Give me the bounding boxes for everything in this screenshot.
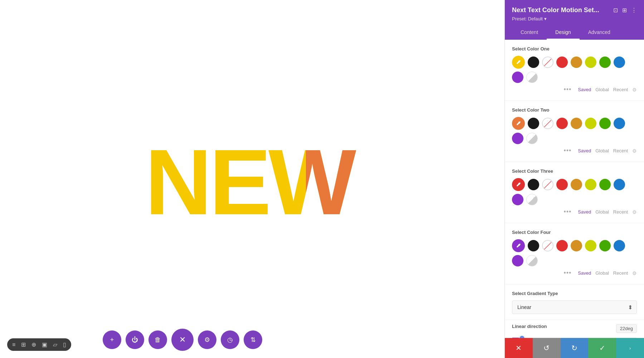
color-four-recent-link[interactable]: Recent — [613, 270, 628, 276]
color-one-eyedropper[interactable] — [512, 56, 525, 69]
color-circle-gold[interactable] — [571, 240, 582, 251]
color-three-picker-row — [512, 178, 637, 205]
color-circle-gold[interactable] — [571, 118, 582, 129]
panel-title: Next Text Color Motion Set... — [512, 6, 599, 14]
toolbar-sort-button[interactable]: ⇅ — [244, 330, 262, 349]
color-three-saved-link[interactable]: Saved — [578, 209, 591, 215]
new-text-container: NEW NEW — [145, 128, 360, 230]
color-circle-diag[interactable] — [526, 194, 538, 205]
color-circle-purple[interactable] — [512, 255, 523, 266]
color-circle-red[interactable] — [556, 57, 568, 68]
new-text-svg: NEW NEW — [145, 128, 360, 229]
color-two-section: Select Color Two ••• Saved Global Rec — [505, 101, 644, 162]
color-circle-purple[interactable] — [512, 72, 523, 83]
color-circle-lime[interactable] — [585, 240, 596, 251]
color-four-label: Select Color Four — [512, 230, 637, 235]
color-circle-gold[interactable] — [571, 179, 582, 190]
tab-content[interactable]: Content — [512, 26, 547, 40]
color-circle-blue[interactable] — [614, 179, 625, 190]
color-circle-blue[interactable] — [614, 118, 625, 129]
color-circle-red[interactable] — [556, 179, 568, 190]
color-four-eyedropper[interactable] — [512, 239, 525, 252]
color-circle[interactable] — [528, 57, 539, 68]
color-three-gear-icon[interactable]: ⚙ — [632, 209, 637, 215]
gradient-type-select[interactable]: Linear Radial Conic — [512, 300, 637, 314]
tab-design[interactable]: Design — [547, 26, 580, 40]
toolbar-add-button[interactable]: + — [103, 330, 121, 349]
color-circle-white[interactable] — [542, 57, 553, 68]
color-circle-blue[interactable] — [614, 240, 625, 251]
color-two-gear-icon[interactable]: ⚙ — [632, 148, 637, 154]
color-circle-red[interactable] — [556, 118, 568, 129]
color-circle-lime[interactable] — [585, 118, 596, 129]
color-circle[interactable] — [528, 240, 539, 251]
footer-cancel-button[interactable]: ✕ — [505, 338, 533, 358]
footer-confirm-button[interactable]: ✓ — [588, 338, 616, 358]
direction-value: 22deg — [616, 324, 637, 333]
toolbar-settings-button[interactable]: ⚙ — [198, 330, 216, 349]
color-four-section: Select Color Four ••• Saved Global Re — [505, 223, 644, 284]
color-circle-blue[interactable] — [614, 57, 625, 68]
panel-preset[interactable]: Preset: Default ▾ — [512, 16, 637, 21]
color-four-picker-row — [512, 239, 637, 266]
color-two-saved-link[interactable]: Saved — [578, 148, 591, 153]
color-circle-white[interactable] — [542, 118, 553, 129]
panel-title-icons: ⊡ ⊞ ⋮ — [613, 7, 637, 14]
color-one-label: Select Color One — [512, 46, 637, 52]
color-two-eyedropper[interactable] — [512, 117, 525, 130]
gradient-type-section: Select Gradient Type Linear Radial Conic… — [505, 284, 644, 320]
panel-screenshot-icon[interactable]: ⊡ — [613, 7, 618, 14]
color-circle-green[interactable] — [599, 57, 611, 68]
color-four-gear-icon[interactable]: ⚙ — [632, 270, 637, 276]
color-four-more-dots[interactable]: ••• — [561, 268, 574, 278]
color-circle[interactable] — [528, 179, 539, 190]
color-circle[interactable] — [528, 118, 539, 129]
direction-slider-thumb[interactable] — [519, 335, 525, 338]
color-circle-lime[interactable] — [585, 179, 596, 190]
color-one-section: Select Color One ••• Saved Global Rec — [505, 40, 644, 101]
color-one-global-link[interactable]: Global — [595, 87, 609, 92]
color-circle-white[interactable] — [542, 240, 553, 251]
toolbar-power-button[interactable]: ⏻ — [126, 330, 144, 349]
color-four-saved-link[interactable]: Saved — [578, 270, 591, 276]
color-circle-diag[interactable] — [526, 72, 538, 83]
direction-slider-track[interactable] — [512, 338, 637, 338]
color-circle-diag[interactable] — [526, 255, 538, 266]
color-circle-white[interactable] — [542, 179, 553, 190]
bottom-toolbar: + ⏻ 🗑 ✕ ⚙ ◷ ⇅ — [0, 329, 365, 351]
panel-more-icon[interactable]: ⋮ — [631, 7, 637, 14]
color-one-recent-link[interactable]: Recent — [613, 87, 628, 92]
color-circle-lime[interactable] — [585, 57, 596, 68]
color-two-recent-link[interactable]: Recent — [613, 148, 628, 153]
panel-title-row: Next Text Color Motion Set... ⊡ ⊞ ⋮ — [512, 6, 637, 14]
color-circle-green[interactable] — [599, 240, 611, 251]
footer-redo-button[interactable]: ↻ — [561, 338, 589, 358]
color-one-gear-icon[interactable]: ⚙ — [632, 87, 637, 93]
color-three-global-link[interactable]: Global — [595, 209, 609, 215]
color-two-global-link[interactable]: Global — [595, 148, 609, 153]
tab-advanced[interactable]: Advanced — [580, 26, 619, 40]
toolbar-history-button[interactable]: ◷ — [221, 330, 239, 349]
color-three-recent-link[interactable]: Recent — [613, 209, 628, 215]
toolbar-close-button[interactable]: ✕ — [171, 329, 194, 351]
color-circle-purple[interactable] — [512, 133, 523, 144]
toolbar-delete-button[interactable]: 🗑 — [148, 330, 167, 349]
color-four-global-link[interactable]: Global — [595, 270, 609, 276]
color-two-more-dots[interactable]: ••• — [561, 146, 574, 156]
color-two-picker-row — [512, 117, 637, 144]
color-circle-green[interactable] — [599, 179, 611, 190]
color-one-saved-link[interactable]: Saved — [578, 87, 591, 92]
color-circle-green[interactable] — [599, 118, 611, 129]
color-three-more-dots[interactable]: ••• — [561, 207, 574, 217]
color-circle-gold[interactable] — [571, 57, 582, 68]
panel-layout-icon[interactable]: ⊞ — [622, 7, 627, 14]
color-two-label: Select Color Two — [512, 107, 637, 113]
footer-expand-button[interactable]: › — [616, 338, 644, 358]
color-circle-red[interactable] — [556, 240, 568, 251]
color-three-eyedropper[interactable] — [512, 178, 525, 191]
footer-undo-button[interactable]: ↺ — [533, 338, 561, 358]
color-one-more-dots[interactable]: ••• — [561, 84, 574, 95]
color-circle-purple[interactable] — [512, 194, 523, 205]
color-circle-diag[interactable] — [526, 133, 538, 144]
canvas-area: NEW NEW ≡ ⊞ ⊕ ▣ ▱ ▯ + ⏻ 🗑 ✕ ⚙ ◷ ⇅ — [0, 0, 504, 358]
